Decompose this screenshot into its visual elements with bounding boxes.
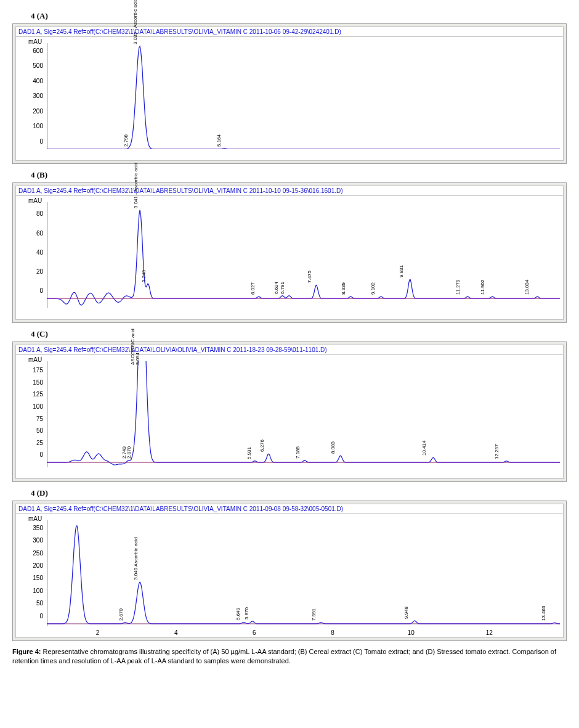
peak-label: 3.040 Ascorbic acid (133, 538, 139, 580)
y-tick: 400 (18, 77, 43, 84)
panel-label: 4 (B) (31, 170, 567, 180)
y-tick: 150 (18, 378, 43, 385)
peak-label: 5.164 (216, 134, 222, 147)
y-tick: 100 (18, 587, 43, 594)
y-tick: 200 (18, 562, 43, 569)
peak-label: 8.339 (341, 282, 346, 295)
peak-label: 13.034 (524, 280, 530, 295)
plot-area: mAU05010015020025030035024681012 2.6703.… (15, 513, 564, 638)
peak-label: 7.591 (311, 608, 317, 621)
peak-label: 5.931 (246, 447, 252, 459)
peak-label: 13.463 (541, 606, 546, 621)
peak-label: 11.279 (455, 280, 461, 295)
peak-label: ASCORBIC acid (130, 329, 136, 366)
peak-label: 7.475 (307, 271, 312, 283)
caption-lead: Figure 4: (12, 648, 41, 655)
peak-label: 2.670 (118, 608, 124, 621)
y-tick: 0 (18, 138, 43, 145)
chromatogram-frame: DAD1 A, Sig=245.4 Ref=off(C:\CHEM32\1\DA… (12, 182, 567, 323)
y-tick: 500 (18, 62, 43, 69)
panel-label: 4 (D) (31, 488, 567, 498)
y-tick: 350 (18, 524, 43, 531)
chromatogram-header: DAD1 A, Sig=245.4 Ref=off(C:\CHEM32\1\DA… (15, 27, 564, 36)
figure-caption: Figure 4: Representative chromatograms i… (12, 647, 567, 666)
peak-label: 6.624 (273, 282, 279, 294)
y-tick: 300 (18, 537, 43, 544)
y-tick: 25 (18, 439, 43, 446)
x-tick: 10 (408, 629, 415, 636)
peak-label: 11.902 (480, 280, 485, 295)
y-tick: 100 (18, 123, 43, 129)
peak-label: 9.102 (370, 282, 376, 295)
chromatogram-header: DAD1 A, Sig=245.4 Ref=off(C:\CHEM32\1\DA… (15, 504, 564, 513)
peak-label: 6.027 (250, 282, 256, 295)
peak-label: 3.094 (135, 353, 140, 365)
x-tick: 4 (174, 629, 178, 636)
plot-area: mAU0100200300400500600 2.7983.035 - Asco… (15, 36, 564, 161)
peak-label: 7.185 (295, 446, 301, 459)
y-tick: 0 (18, 612, 43, 619)
y-tick: 60 (18, 229, 43, 236)
y-tick: 50 (18, 600, 43, 607)
y-tick: 0 (18, 287, 43, 294)
y-tick: 80 (18, 210, 43, 217)
y-tick: 100 (18, 403, 43, 410)
peak-label: 9.948 (403, 607, 409, 619)
chromatogram-trace (47, 43, 560, 149)
y-tick: 75 (18, 415, 43, 422)
y-tick: 0 (18, 451, 43, 458)
peak-label: 2.798 (123, 134, 129, 147)
x-tick: 8 (331, 629, 334, 636)
peak-label: 6.791 (280, 282, 285, 294)
x-tick: 6 (253, 629, 256, 636)
y-tick: 300 (18, 92, 43, 99)
y-tick: 175 (18, 367, 43, 374)
y-tick: 40 (18, 248, 43, 255)
chromatogram-frame: DAD1 A, Sig=245.4 Ref=off(C:\CHEM32\1\DA… (12, 342, 567, 482)
plot-area: mAU020406080 3.041 - Ascorbic acid3.2486… (15, 195, 564, 320)
y-tick: 50 (18, 427, 43, 434)
peak-label: 3.041 - Ascorbic acid (133, 162, 139, 208)
y-tick: 125 (18, 391, 43, 398)
y-tick: 250 (18, 549, 43, 556)
x-tick: 2 (96, 629, 100, 636)
plot-area: mAU0255075100125150175 2.7432.8703.094AS… (15, 354, 564, 479)
peak-label: 8.083 (330, 441, 336, 454)
peak-label: 12.257 (494, 444, 500, 459)
peak-label: 2.870 (126, 446, 132, 459)
y-tick: 600 (18, 47, 43, 54)
caption-body: Representative chromatograms illustratin… (12, 648, 556, 665)
y-tick: 20 (18, 268, 43, 275)
y-tick: 150 (18, 575, 43, 581)
chromatogram-frame: DAD1 A, Sig=245.4 Ref=off(C:\CHEM32\1\DA… (12, 501, 567, 641)
peak-label: 3.248 (141, 270, 147, 282)
peak-label: 10.414 (421, 441, 427, 456)
peak-label: 6.276 (259, 440, 265, 452)
chromatogram-header: DAD1 A, Sig=245.4 Ref=off(C:\CHEM32\1\DA… (15, 345, 564, 354)
peak-label: 5.870 (244, 607, 249, 620)
x-tick: 12 (486, 629, 493, 636)
panel-label: 4 (C) (31, 329, 567, 339)
peak-label: 3.035 - Ascorbic acid (132, 0, 138, 44)
peak-label: 9.831 (399, 265, 404, 277)
y-tick: 200 (18, 107, 43, 114)
chromatogram-frame: DAD1 A, Sig=245.4 Ref=off(C:\CHEM32\1\DA… (12, 23, 567, 164)
chromatogram-header: DAD1 A, Sig=245.4 Ref=off(C:\CHEM32\1\DA… (15, 186, 564, 195)
peak-label: 5.649 (235, 608, 241, 620)
panel-label: 4 (A) (31, 11, 567, 21)
